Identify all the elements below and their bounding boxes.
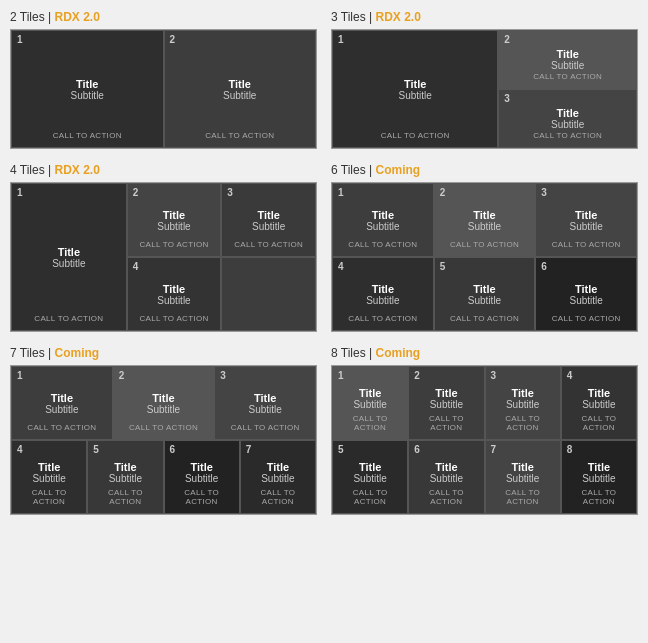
section-label-8tiles: 8 Tiles | Coming [331, 346, 638, 360]
section-3tiles: 3 Tiles | RDX 2.0 1 Title Subtitle CALL … [331, 10, 638, 149]
tile-grid-7: 1 Title Subtitle CALL TO ACTION 2 Title … [10, 365, 317, 515]
section-4tiles: 4 Tiles | RDX 2.0 1 Title Subtitle CALL … [10, 163, 317, 332]
section-6tiles: 6 Tiles | Coming 1 Title Subtitle CALL T… [331, 163, 638, 332]
tile-8-8: 8 Title Subtitle CALL TO ACTION [561, 440, 637, 514]
tile-6-6: 6 Title Subtitle CALL TO ACTION [535, 257, 637, 331]
tile-4-4b [221, 257, 316, 331]
tile-6-1: 1 Title Subtitle CALL TO ACTION [332, 183, 434, 257]
tile-8-2: 2 Title Subtitle CALL TO ACTION [408, 366, 484, 440]
tile-4-4a: 4 Title Subtitle CALL TO ACTION [127, 257, 222, 331]
tile-7-7: 7 Title Subtitle CALL TO ACTION [240, 440, 316, 514]
tile-2: 2 Title Subtitle CALL TO ACTION [164, 30, 317, 148]
tile-grid-6: 1 Title Subtitle CALL TO ACTION 2 Title … [331, 182, 638, 332]
tile-7-4: 4 Title Subtitle CALL TO ACTION [11, 440, 87, 514]
col-left-4: 1 Title Subtitle CALL TO ACTION [11, 183, 127, 331]
section-label-6tiles: 6 Tiles | Coming [331, 163, 638, 177]
col-right-3: 2 Title Subtitle CALL TO ACTION 3 Title … [498, 30, 637, 148]
tile-6-4: 4 Title Subtitle CALL TO ACTION [332, 257, 434, 331]
section-8tiles: 8 Tiles | Coming 1 Title Subtitle CALL T… [331, 346, 638, 515]
col-left-3: 1 Title Subtitle CALL TO ACTION [332, 30, 498, 148]
section-7tiles: 7 Tiles | Coming 1 Title Subtitle CALL T… [10, 346, 317, 515]
tile-7-6: 6 Title Subtitle CALL TO ACTION [164, 440, 240, 514]
tile-7-1: 1 Title Subtitle CALL TO ACTION [11, 366, 113, 440]
tile-grid-2: 1 Title Subtitle CALL TO ACTION 2 Title … [10, 29, 317, 149]
tile-grid-8: 1 Title Subtitle CALL TO ACTION 2 Title … [331, 365, 638, 515]
page: 2 Tiles | RDX 2.0 1 Title Subtitle CALL … [0, 0, 648, 525]
tile-4-1: 1 Title Subtitle CALL TO ACTION [11, 183, 127, 331]
tile-1: 1 Title Subtitle CALL TO ACTION [11, 30, 164, 148]
col-right-4: 2 Title Subtitle CALL TO ACTION 3 Title … [127, 183, 316, 331]
tile-4-2: 2 Title Subtitle CALL TO ACTION [127, 183, 222, 257]
tile-4-3: 3 Title Subtitle CALL TO ACTION [221, 183, 316, 257]
tile-3-2: 2 Title Subtitle CALL TO ACTION [498, 30, 637, 89]
tile-8-5: 5 Title Subtitle CALL TO ACTION [332, 440, 408, 514]
section-label-3tiles: 3 Tiles | RDX 2.0 [331, 10, 638, 24]
tile-grid-3: 1 Title Subtitle CALL TO ACTION 2 Title … [331, 29, 638, 149]
tile-7-2: 2 Title Subtitle CALL TO ACTION [113, 366, 215, 440]
tile-6-5: 5 Title Subtitle CALL TO ACTION [434, 257, 536, 331]
tile-8-3: 3 Title Subtitle CALL TO ACTION [485, 366, 561, 440]
tile-8-6: 6 Title Subtitle CALL TO ACTION [408, 440, 484, 514]
tile-7-5: 5 Title Subtitle CALL TO ACTION [87, 440, 163, 514]
section-2tiles: 2 Tiles | RDX 2.0 1 Title Subtitle CALL … [10, 10, 317, 149]
tile-7-3: 3 Title Subtitle CALL TO ACTION [214, 366, 316, 440]
tile-6-2: 2 Title Subtitle CALL TO ACTION [434, 183, 536, 257]
tile-8-1: 1 Title Subtitle CALL TO ACTION [332, 366, 408, 440]
section-label-4tiles: 4 Tiles | RDX 2.0 [10, 163, 317, 177]
tile-grid-4: 1 Title Subtitle CALL TO ACTION 2 Title … [10, 182, 317, 332]
tile-3-3: 3 Title Subtitle CALL TO ACTION [498, 89, 637, 148]
section-label-2tiles: 2 Tiles | RDX 2.0 [10, 10, 317, 24]
tile-3-1: 1 Title Subtitle CALL TO ACTION [332, 30, 498, 148]
tile-6-3: 3 Title Subtitle CALL TO ACTION [535, 183, 637, 257]
section-label-7tiles: 7 Tiles | Coming [10, 346, 317, 360]
tile-8-7: 7 Title Subtitle CALL TO ACTION [485, 440, 561, 514]
tile-8-4: 4 Title Subtitle CALL TO ACTION [561, 366, 637, 440]
